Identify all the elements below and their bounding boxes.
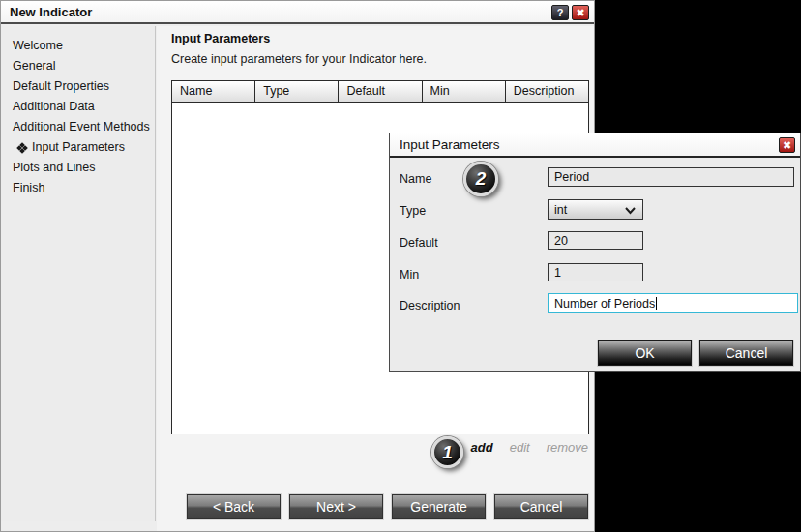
remove-link[interactable]: remove bbox=[547, 440, 588, 455]
window-title: New Indicator bbox=[1, 5, 92, 19]
dialog-title: Input Parameters bbox=[390, 137, 500, 152]
column-header-name[interactable]: Name bbox=[172, 81, 255, 102]
ok-button[interactable]: OK bbox=[598, 340, 692, 366]
add-link[interactable]: add bbox=[471, 440, 493, 455]
column-header-min[interactable]: Min bbox=[423, 81, 506, 102]
close-icon[interactable]: ✖ bbox=[572, 5, 589, 20]
description-label: Description bbox=[400, 299, 460, 312]
column-header-default[interactable]: Default bbox=[339, 81, 422, 102]
type-select[interactable]: int bbox=[548, 199, 643, 220]
default-input[interactable]: 20 bbox=[548, 231, 643, 250]
sidebar-item-input-parameters[interactable]: Input Parameters bbox=[1, 137, 155, 158]
help-button[interactable]: ? bbox=[551, 5, 569, 20]
sidebar-item-additional-event-methods[interactable]: Additional Event Methods bbox=[1, 117, 155, 137]
default-label: Default bbox=[400, 236, 438, 250]
sidebar-item-additional-data[interactable]: Additional Data bbox=[1, 97, 155, 117]
sidebar-item-default-properties[interactable]: Default Properties bbox=[1, 76, 155, 97]
table-header-row: Name Type Default Min Description bbox=[172, 81, 588, 103]
min-input[interactable]: 1 bbox=[548, 263, 643, 281]
text-cursor bbox=[656, 297, 657, 310]
wizard-sidebar: Welcome General Default Properties Addit… bbox=[1, 26, 156, 521]
callout-step-1: 1 bbox=[431, 436, 463, 468]
page-title: Input Parameters bbox=[171, 32, 270, 45]
name-input[interactable]: Period bbox=[548, 167, 794, 187]
edit-link[interactable]: edit bbox=[510, 440, 530, 455]
quad-diamond-icon bbox=[17, 143, 27, 153]
back-button[interactable]: < Back bbox=[187, 494, 281, 519]
cancel-button[interactable]: Cancel bbox=[494, 494, 588, 519]
page-description: Create input parameters for your Indicat… bbox=[171, 52, 427, 66]
callout-step-2: 2 bbox=[463, 162, 498, 196]
chevron-down-icon bbox=[624, 204, 637, 217]
sidebar-item-plots-and-lines[interactable]: Plots and Lines bbox=[1, 158, 155, 178]
input-parameters-dialog: Input Parameters ✖ Name Type Default Min… bbox=[389, 133, 801, 372]
description-input[interactable]: Number of Periods bbox=[548, 293, 798, 313]
column-header-description[interactable]: Description bbox=[506, 81, 588, 102]
dialog-cancel-button[interactable]: Cancel bbox=[699, 340, 793, 366]
dialog-close-icon[interactable]: ✖ bbox=[779, 137, 795, 153]
min-label: Min bbox=[400, 268, 419, 281]
dialog-titlebar[interactable]: Input Parameters ✖ bbox=[390, 133, 800, 158]
sidebar-item-general[interactable]: General bbox=[1, 56, 155, 76]
name-label: Name bbox=[400, 172, 431, 186]
sidebar-item-welcome[interactable]: Welcome bbox=[1, 36, 155, 56]
next-button[interactable]: Next > bbox=[289, 494, 383, 519]
column-header-type[interactable]: Type bbox=[255, 81, 339, 102]
generate-button[interactable]: Generate bbox=[392, 494, 486, 519]
sidebar-item-finish[interactable]: Finish bbox=[1, 178, 155, 198]
type-label: Type bbox=[400, 204, 426, 218]
window-titlebar[interactable]: New Indicator ? ✖ bbox=[1, 1, 594, 24]
